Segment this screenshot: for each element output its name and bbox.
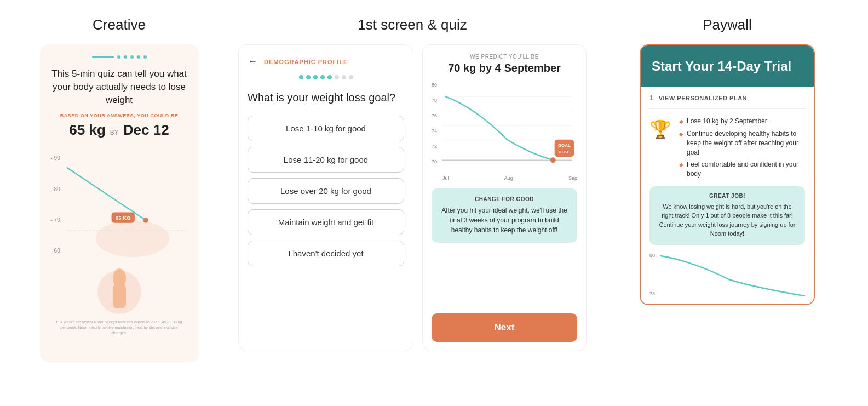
change-box: CHANGE FOR GOOD After you hit your ideal… <box>432 188 577 243</box>
creative-weight: 65 kg <box>69 122 106 139</box>
option-2[interactable]: Lose 11-20 kg for good <box>248 147 404 173</box>
next-button[interactable]: Next <box>432 313 577 342</box>
svg-point-13 <box>550 157 556 163</box>
paywall-title: Paywall <box>703 16 752 33</box>
svg-text:65 KG: 65 KG <box>115 215 130 221</box>
step-label: VIEW PERSONALIZED PLAN <box>659 95 747 101</box>
option-1[interactable]: Lose 1-10 kg for good <box>248 116 404 141</box>
paywall-card: Start Your 14-Day Trial 1 VIEW PERSONALI… <box>640 44 815 305</box>
progress-dot-2 <box>124 55 127 59</box>
paywall-chart-y-labels: 80 78 <box>649 253 655 296</box>
predict-chart: 80 78 76 74 72 70 <box>432 82 577 181</box>
prog-dot-8 <box>348 74 354 80</box>
option-5[interactable]: I haven't decided yet <box>248 241 404 266</box>
paywall-benefits-row: 🏆 ◆ Lose 10 kg by 2 September ◆ Continue… <box>649 117 805 179</box>
great-job-box: GREAT JOB! We know losing weight is hard… <box>649 186 805 245</box>
quiz-section: 1st screen & quiz ← DEMOGRAPHIC PROFILE … <box>238 16 587 351</box>
creative-by: BY <box>110 129 119 136</box>
prog-dot-1 <box>298 74 304 80</box>
creative-headline: This 5-min quiz can tell you what your b… <box>51 67 188 106</box>
benefit-text-1: Lose 10 kg by 2 September <box>687 117 767 126</box>
svg-point-4 <box>143 218 148 223</box>
quiz-title: 1st screen & quiz <box>358 16 467 33</box>
paywall-chart-svg <box>649 253 805 296</box>
quiz-header: ← DEMOGRAPHIC PROFILE <box>248 56 404 67</box>
y-70: 70 <box>432 159 437 164</box>
creative-subtext: BASED ON YOUR ANSWERS, YOU COULD BE <box>60 113 178 118</box>
creative-weight-row: 65 kg BY Dec 12 <box>69 122 169 139</box>
x-aug: Aug <box>504 175 513 181</box>
benefit-3: ◆ Feel comfortable and confident in your… <box>679 160 805 179</box>
progress-bar-fill <box>92 56 114 58</box>
benefit-text-3: Feel comfortable and confident in your b… <box>687 160 805 179</box>
creative-chart-svg: 65 KG <box>51 150 188 259</box>
prog-dot-5 <box>326 74 332 80</box>
prog-dot-3 <box>312 74 318 80</box>
great-job-text: We know losing weight is hard, but you'r… <box>657 202 797 238</box>
x-jul: Jul <box>442 175 449 181</box>
svg-text:70 KG: 70 KG <box>558 150 571 155</box>
predict-title: 70 kg by 4 September <box>432 62 577 75</box>
back-button[interactable]: ← <box>248 56 257 67</box>
creative-date: Dec 12 <box>123 122 169 139</box>
quiz-question: What is your weight loss goal? <box>248 90 404 105</box>
great-job-title: GREAT JOB! <box>657 193 797 199</box>
change-box-text: After you hit your ideal weight, we'll u… <box>439 205 570 235</box>
prog-dot-4 <box>319 74 325 80</box>
option-4[interactable]: Maintain weight and get fit <box>248 209 404 235</box>
x-sep: Sep <box>568 175 577 181</box>
benefit-2: ◆ Continue developing healthy habits to … <box>679 129 805 157</box>
paywall-chart-preview: 80 78 <box>649 253 805 296</box>
y-label-90: - 90 <box>51 155 60 161</box>
progress-dots <box>248 75 404 79</box>
progress-dot-5 <box>143 55 147 59</box>
creative-progress-bar <box>51 55 188 59</box>
y-label-80: - 80 <box>51 186 60 192</box>
paywall-header: Start Your 14-Day Trial <box>641 45 814 87</box>
paywall-y-80: 80 <box>649 253 655 258</box>
creative-footer: In 4 weeks the typical Noom Weight user … <box>51 319 188 335</box>
predict-subtitle: WE PREDICT YOU'LL BE <box>432 54 577 60</box>
progress-dot-3 <box>130 55 134 59</box>
diamond-icon-3: ◆ <box>679 161 683 169</box>
creative-section: Creative This 5-min quiz can tell you wh… <box>11 16 227 362</box>
diamond-icon-1: ◆ <box>679 118 683 125</box>
prediction-card: WE PREDICT YOU'LL BE 70 kg by 4 Septembe… <box>422 44 587 351</box>
creative-card: This 5-min quiz can tell you what your b… <box>40 44 199 362</box>
y-label-60: - 60 <box>51 248 60 254</box>
y-76: 76 <box>432 113 437 118</box>
change-box-title: CHANGE FOR GOOD <box>439 196 570 202</box>
creative-title: Creative <box>93 16 146 33</box>
quiz-card: ← DEMOGRAPHIC PROFILE What is your weigh… <box>238 44 413 351</box>
paywall-section: Paywall Start Your 14-Day Trial 1 VIEW P… <box>597 16 857 305</box>
progress-dot-1 <box>117 55 120 59</box>
quiz-options: Lose 1-10 kg for good Lose 11-20 kg for … <box>248 116 404 266</box>
y-74: 74 <box>432 128 437 134</box>
y-80: 80 <box>432 82 437 88</box>
option-3[interactable]: Lose over 20 kg for good <box>248 178 404 204</box>
diamond-icon-2: ◆ <box>679 130 683 138</box>
y-72: 72 <box>432 144 437 149</box>
prog-dot-6 <box>334 74 340 80</box>
creative-chart: - 90 - 80 - 70 - 60 65 KG <box>51 150 188 259</box>
paywall-step-row: 1 VIEW PERSONALIZED PLAN <box>649 94 805 109</box>
paywall-y-78: 78 <box>649 291 655 296</box>
creative-finger <box>97 259 141 314</box>
y-label-70: - 70 <box>51 217 60 223</box>
predict-y-labels: 80 78 76 74 72 70 <box>432 82 437 164</box>
step-number: 1 <box>649 94 653 102</box>
svg-point-0 <box>95 220 169 257</box>
svg-text:GOAL: GOAL <box>558 143 571 148</box>
chart-y-labels: - 90 - 80 - 70 - 60 <box>51 150 60 259</box>
profile-label: DEMOGRAPHIC PROFILE <box>264 59 348 65</box>
benefit-1: ◆ Lose 10 kg by 2 September <box>679 117 805 126</box>
paywall-body: 1 VIEW PERSONALIZED PLAN 🏆 ◆ Lose 10 kg … <box>641 87 814 304</box>
predict-chart-svg: GOAL 70 KG <box>432 82 577 181</box>
prog-dot-2 <box>305 74 311 80</box>
benefit-text-2: Continue developing healthy habits to ke… <box>687 129 805 157</box>
predict-x-labels: Jul Aug Sep <box>442 175 577 181</box>
y-78: 78 <box>432 98 437 103</box>
paywall-header-title: Start Your 14-Day Trial <box>652 58 803 75</box>
benefit-list: ◆ Lose 10 kg by 2 September ◆ Continue d… <box>679 117 805 179</box>
prog-dot-7 <box>341 74 347 80</box>
